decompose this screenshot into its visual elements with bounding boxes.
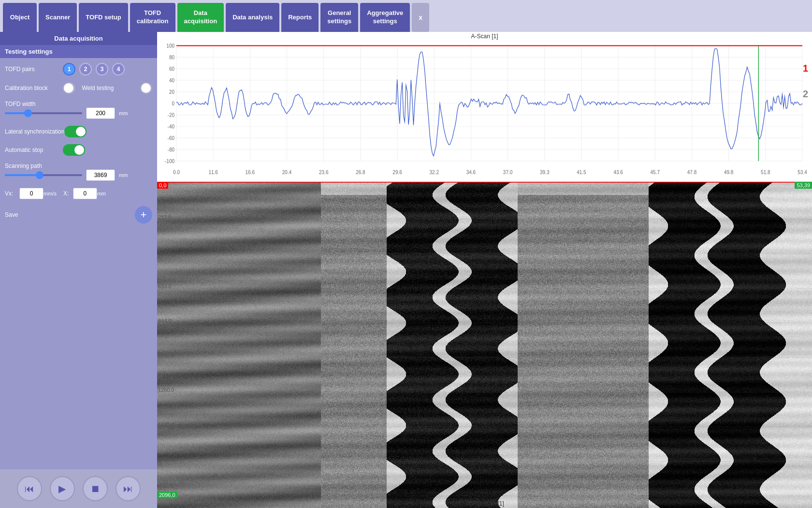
lateral-sync-row: Lateral synchronization	[5, 126, 152, 137]
main-area: Data acquisition Testing settings TOFD p…	[0, 32, 812, 508]
ascan-title: A-Scan [1]	[157, 32, 812, 41]
testing-settings-header: Testing settings	[0, 45, 157, 58]
pair-2-btn[interactable]: 2	[79, 63, 92, 75]
tofd-width-input[interactable]	[86, 107, 115, 119]
nav-tofd-calibration[interactable]: TOFD calibration	[130, 3, 175, 32]
save-label: Save	[5, 211, 63, 218]
vx-input[interactable]	[19, 188, 44, 199]
settings-body: TOFD pairs 1 2 3 4 Calibration block Wel…	[0, 58, 157, 469]
tofd-width-thumb[interactable]	[24, 109, 32, 117]
scanning-path-input[interactable]	[86, 169, 115, 181]
scanning-path-slider-row: mm	[5, 169, 128, 181]
tofd-area: 0,0 53,39 2096,0 TOFD-Scan [1]	[157, 182, 812, 508]
vx-x-row: Vx: mm/s X: mm	[5, 188, 152, 199]
tofd-scan-title: TOFD-Scan [1]	[465, 500, 504, 507]
auto-stop-knob	[74, 145, 84, 155]
coord-top-right: 53,39	[795, 182, 812, 189]
auto-stop-row: Automatic stop	[5, 144, 152, 156]
pair-3-btn[interactable]: 3	[96, 63, 108, 75]
scanning-path-fill	[5, 174, 40, 176]
nav-object[interactable]: Object	[3, 3, 37, 32]
tofd-width-slider-row: mm	[5, 107, 128, 119]
playback-controls: ⏮ ▶ ⏹ ⏭	[0, 469, 157, 508]
calibration-weld-row: Calibration block Weld testing	[5, 82, 152, 94]
lateral-sync-label: Lateral synchronization	[5, 128, 64, 135]
tofd-width-unit: mm	[119, 110, 128, 116]
side-indicators: 1 2	[803, 63, 808, 100]
weld-testing-toggle[interactable]	[140, 82, 153, 94]
coord-bottom-left: 2096,0	[157, 492, 177, 498]
stop-btn[interactable]: ⏹	[83, 476, 108, 501]
rewind-btn[interactable]: ⏮	[17, 476, 42, 501]
nav-tofd-setup[interactable]: TOFD setup	[79, 3, 128, 32]
lateral-sync-knob	[76, 127, 86, 136]
play-btn[interactable]: ▶	[50, 476, 75, 501]
weld-testing-knob	[141, 83, 151, 93]
nav-data-analysis[interactable]: Data analysis	[226, 3, 279, 32]
nav-general-settings[interactable]: General settings	[320, 3, 358, 32]
auto-stop-toggle[interactable]	[63, 144, 85, 156]
pair-1-btn[interactable]: 1	[63, 63, 75, 75]
top-nav: Object Scanner TOFD setup TOFD calibrati…	[0, 0, 812, 32]
tofd-width-track[interactable]	[5, 112, 82, 114]
side-num-2: 2	[803, 89, 808, 100]
pair-4-btn[interactable]: 4	[112, 63, 125, 75]
tofd-pairs-label: TOFD pairs	[5, 66, 63, 73]
tofd-width-row: TOFD width mm	[5, 101, 152, 119]
right-panel: A-Scan [1] 0,0 53,39 2096,0 TOFD-Scan [1…	[157, 32, 812, 508]
tofd-pairs-row: TOFD pairs 1 2 3 4	[5, 63, 152, 75]
tofd-pairs-controls: 1 2 3 4	[63, 63, 125, 75]
scanning-path-label: Scanning path	[5, 163, 63, 169]
auto-stop-label: Automatic stop	[5, 147, 63, 153]
coord-top-left: 0,0	[157, 182, 168, 189]
left-panel: Data acquisition Testing settings TOFD p…	[0, 32, 157, 508]
scanning-path-row: Scanning path mm	[5, 163, 152, 181]
scanning-path-track[interactable]	[5, 174, 82, 176]
ascan-chart	[157, 41, 812, 176]
nav-scanner[interactable]: Scanner	[39, 3, 77, 32]
nav-close[interactable]: x	[412, 3, 429, 32]
lateral-sync-toggle[interactable]	[64, 126, 87, 137]
nav-aggregative-settings[interactable]: Aggregative settings	[360, 3, 410, 32]
save-row: Save +	[5, 206, 152, 224]
calibration-block-knob	[64, 83, 73, 93]
nav-reports[interactable]: Reports	[281, 3, 319, 32]
x-unit: mm	[97, 191, 106, 196]
vx-unit: mm/s	[44, 191, 57, 196]
scanning-path-unit: mm	[119, 172, 128, 178]
scanning-path-thumb[interactable]	[36, 171, 44, 179]
forward-btn[interactable]: ⏭	[116, 476, 141, 501]
nav-data-acquisition[interactable]: Data acquisition	[177, 3, 224, 32]
weld-testing-label: Weld testing	[82, 85, 140, 91]
calibration-block-toggle[interactable]	[63, 82, 75, 94]
save-add-btn[interactable]: +	[135, 206, 152, 224]
side-num-1: 1	[803, 63, 808, 74]
vx-label: Vx:	[5, 190, 19, 197]
x-label: X:	[63, 190, 73, 197]
x-input[interactable]	[73, 188, 97, 199]
tofd-width-label: TOFD width	[5, 101, 63, 107]
panel-title: Data acquisition	[0, 32, 157, 45]
tofd-canvas	[157, 182, 812, 508]
ascan-area: A-Scan [1]	[157, 32, 812, 182]
calibration-block-label: Calibration block	[5, 85, 63, 91]
